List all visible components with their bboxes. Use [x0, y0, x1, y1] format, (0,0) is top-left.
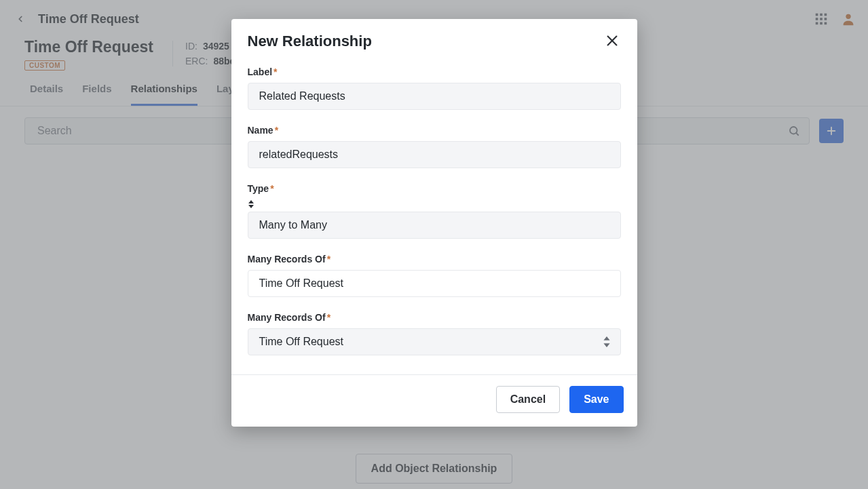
label-input[interactable] [248, 83, 621, 110]
cancel-button[interactable]: Cancel [496, 386, 560, 413]
modal-close-button[interactable] [605, 33, 621, 50]
type-sort-icon [248, 199, 621, 209]
label-field-label: Label* [248, 66, 621, 77]
many-records-2-value: Time Off Request [259, 336, 344, 348]
many-records-2-label: Many Records Of* [248, 312, 621, 323]
svg-marker-16 [248, 200, 254, 203]
type-select[interactable]: Many to Many [248, 212, 621, 239]
svg-marker-18 [603, 336, 609, 340]
save-button[interactable]: Save [569, 386, 623, 413]
type-field-label: Type* [248, 183, 621, 194]
many-records-2-select[interactable]: Time Off Request [248, 328, 621, 355]
close-icon [605, 33, 620, 48]
many-records-1-label: Many Records Of* [248, 254, 621, 265]
select-caret-icon [603, 336, 611, 347]
svg-marker-17 [248, 205, 254, 208]
svg-marker-19 [603, 343, 609, 347]
name-input[interactable] [248, 141, 621, 168]
new-relationship-modal: New Relationship Label* Name* Type* [231, 19, 637, 427]
type-value: Many to Many [259, 219, 327, 231]
many-records-1-value: Time Off Request [248, 270, 621, 297]
name-field-label: Name* [248, 125, 621, 136]
modal-title: New Relationship [248, 33, 372, 50]
